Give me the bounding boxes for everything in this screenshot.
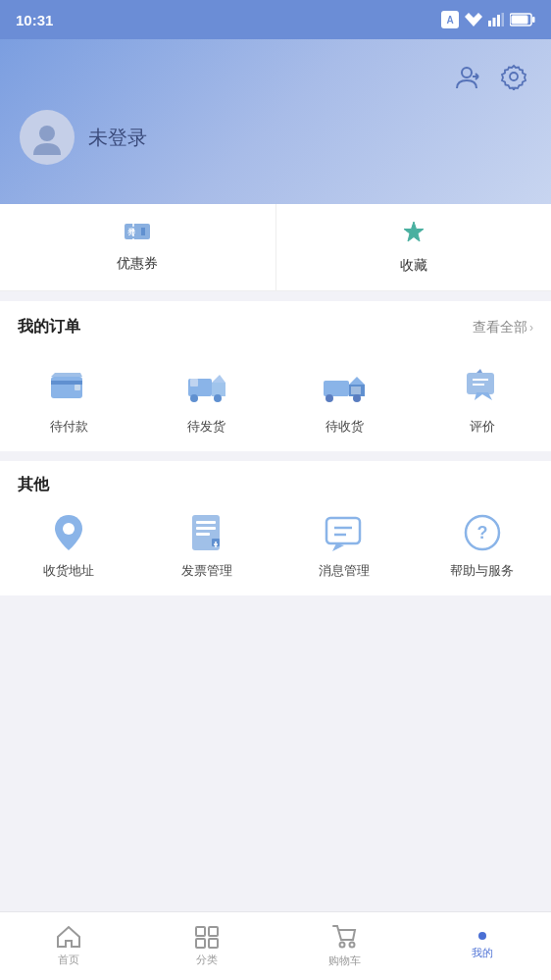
truck-icon <box>322 365 367 408</box>
svg-rect-29 <box>351 387 361 394</box>
pending-payment-icon <box>45 363 92 410</box>
svg-rect-37 <box>196 533 210 536</box>
address-button[interactable]: 收货地址 <box>0 511 138 580</box>
review-button[interactable]: 评价 <box>414 363 552 436</box>
pending-ship-label: 待发货 <box>187 418 225 436</box>
nav-mine-button[interactable]: 我的 <box>414 912 552 980</box>
help-label: 帮助与服务 <box>450 562 514 580</box>
svg-rect-4 <box>502 13 505 26</box>
login-icon <box>453 63 480 90</box>
app-icon: A <box>441 11 459 28</box>
svg-marker-18 <box>404 222 424 241</box>
svg-rect-2 <box>493 18 496 26</box>
svg-rect-26 <box>324 381 349 396</box>
svg-marker-12 <box>502 66 526 90</box>
svg-marker-0 <box>465 13 482 26</box>
message-label: 消息管理 <box>319 562 370 580</box>
battery-icon <box>510 13 535 26</box>
profile-user-row[interactable]: 未登录 <box>20 110 531 175</box>
coupon-icon: 券 <box>124 220 151 249</box>
view-all-button[interactable]: 查看全部 › <box>473 319 533 336</box>
others-section: 其他 收货地址 <box>0 461 551 595</box>
my-orders-header: 我的订单 查看全部 › <box>0 301 551 353</box>
coupons-label: 优惠券 <box>117 255 158 273</box>
svg-rect-49 <box>209 939 218 948</box>
cart-icon <box>331 924 357 950</box>
category-icon <box>194 925 220 949</box>
settings-button[interactable] <box>496 59 531 94</box>
pending-ship-icon <box>183 363 230 410</box>
bottom-nav: 首页 分类 购物车 我的 <box>0 911 551 980</box>
svg-rect-36 <box>196 527 216 530</box>
pending-payment-button[interactable]: 待付款 <box>0 363 138 436</box>
gear-icon <box>500 63 527 90</box>
nav-cart-label: 购物车 <box>328 954 361 968</box>
nav-category-label: 分类 <box>196 953 218 967</box>
svg-rect-6 <box>532 17 535 23</box>
signal-icon <box>488 13 504 26</box>
username: 未登录 <box>88 125 147 151</box>
coupons-button[interactable]: 券 优惠券 <box>0 204 276 290</box>
help-icon: ? <box>461 511 504 554</box>
status-bar: 10:31 A <box>0 0 551 39</box>
svg-point-28 <box>353 394 361 402</box>
ship-icon <box>184 365 229 408</box>
svg-point-33 <box>63 523 75 535</box>
favorites-button[interactable]: 收藏 <box>276 204 552 290</box>
my-orders-title: 我的订单 <box>18 317 80 337</box>
svg-point-8 <box>462 68 472 77</box>
star-svg-icon <box>401 220 426 245</box>
help-button[interactable]: ? 帮助与服务 <box>414 511 552 580</box>
invoice-icon <box>185 511 228 554</box>
order-grid: 待付款 待发货 待收货 <box>0 353 551 451</box>
pending-ship-button[interactable]: 待发货 <box>138 363 276 436</box>
svg-rect-25 <box>190 379 198 387</box>
svg-rect-35 <box>196 521 216 524</box>
message-icon <box>323 511 366 554</box>
coupon-svg-icon: 券 <box>124 220 151 243</box>
message-button[interactable]: 消息管理 <box>276 511 414 580</box>
pending-payment-label: 待付款 <box>50 418 88 436</box>
svg-text:?: ? <box>476 523 487 542</box>
svg-point-27 <box>326 394 333 402</box>
profile-card: 未登录 <box>0 39 551 204</box>
view-all-label: 查看全部 <box>473 319 527 336</box>
review-icon <box>459 363 506 410</box>
avatar-icon <box>29 120 65 155</box>
avatar <box>20 110 75 165</box>
status-time: 10:31 <box>16 12 53 28</box>
review-svg-icon <box>461 365 504 408</box>
profile-top-icons <box>20 59 531 94</box>
svg-rect-1 <box>488 21 491 26</box>
pending-receive-label: 待收货 <box>326 418 364 436</box>
svg-rect-21 <box>75 385 80 390</box>
svg-rect-3 <box>497 15 500 26</box>
svg-point-23 <box>190 394 198 402</box>
svg-rect-46 <box>196 927 205 936</box>
nav-home-button[interactable]: 首页 <box>0 912 138 980</box>
home-icon <box>56 925 81 949</box>
svg-rect-47 <box>209 927 218 936</box>
message-svg-icon <box>325 514 364 551</box>
svg-point-14 <box>39 126 55 141</box>
svg-rect-20 <box>51 381 82 385</box>
pending-receive-icon <box>321 363 368 410</box>
nav-category-button[interactable]: 分类 <box>138 912 276 980</box>
svg-point-13 <box>510 73 518 80</box>
status-icons: A <box>441 11 535 28</box>
pending-receive-button[interactable]: 待收货 <box>276 363 414 436</box>
login-button[interactable] <box>449 59 484 94</box>
review-label: 评价 <box>470 418 495 436</box>
invoice-button[interactable]: 发票管理 <box>138 511 276 580</box>
invoice-svg-icon <box>188 513 225 552</box>
others-title-row: 其他 <box>0 461 551 503</box>
svg-point-24 <box>214 394 222 402</box>
nav-mine-label: 我的 <box>472 946 493 960</box>
address-label: 收货地址 <box>43 562 94 580</box>
nav-home-label: 首页 <box>58 953 79 967</box>
address-icon <box>47 511 90 554</box>
nav-cart-button[interactable]: 购物车 <box>276 912 414 980</box>
location-icon <box>51 513 86 552</box>
favorites-icon <box>401 220 426 251</box>
svg-rect-48 <box>196 939 205 948</box>
